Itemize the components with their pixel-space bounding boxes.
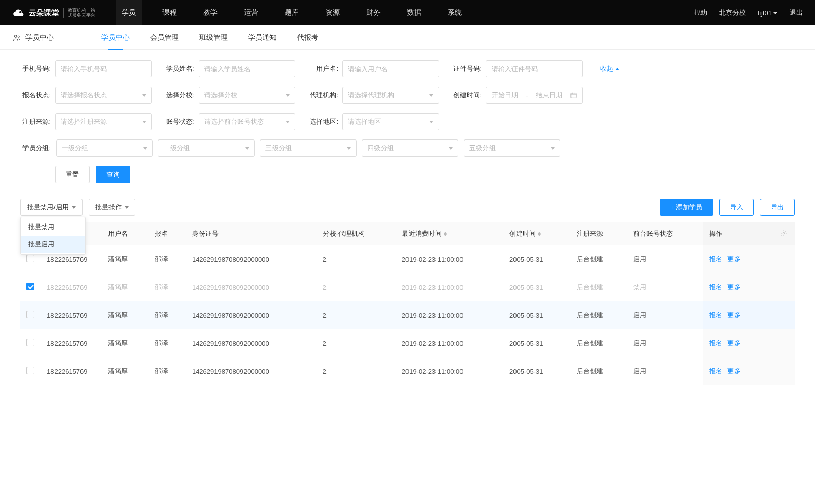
filter-area: 手机号码: 学员姓名: 用户名: 证件号码: 收起 报名状态: 请选择报名状态 … [0, 50, 815, 183]
collapse-toggle[interactable]: 收起 [600, 64, 619, 73]
nav-item-1[interactable]: 课程 [156, 0, 183, 25]
reg-source-select[interactable]: 请选择注册来源 [55, 113, 152, 130]
cell-reg-source: 后台创建 [570, 245, 627, 273]
branch-select[interactable]: 请选择分校 [199, 87, 295, 104]
acct-status-select[interactable]: 请选择前台账号状态 [199, 113, 295, 130]
bulk-menu-item-0[interactable]: 批量禁用 [21, 218, 85, 236]
col-create-time[interactable]: 创建时间 [503, 222, 570, 245]
chevron-down-icon [125, 206, 129, 209]
cell-username: 潘筠厚 [102, 273, 149, 301]
cell-action: 报名更多 [703, 329, 774, 357]
cell-enroll: 邵泽 [149, 301, 186, 329]
bulk-op-dropdown[interactable]: 批量操作 [89, 199, 135, 216]
more-link[interactable]: 更多 [727, 367, 741, 375]
cell-branch: 2 [317, 245, 396, 273]
subnav-item-2[interactable]: 班级管理 [199, 25, 228, 50]
col-settings[interactable] [774, 222, 795, 245]
cell-phone: 18222615769 [41, 329, 102, 357]
chevron-up-icon [615, 68, 619, 70]
nav-item-0[interactable]: 学员 [116, 0, 142, 25]
enroll-status-select[interactable]: 请选择报名状态 [55, 87, 152, 104]
nav-item-2[interactable]: 教学 [197, 0, 224, 25]
group-select-5[interactable]: 五级分组 [464, 139, 560, 157]
cell-enroll: 邵泽 [149, 329, 186, 357]
enroll-link[interactable]: 报名 [709, 255, 722, 263]
col-last-spend[interactable]: 最近消费时间 [396, 222, 503, 245]
row-checkbox[interactable] [26, 255, 34, 262]
phone-label: 手机号码: [20, 64, 51, 73]
group-select-3[interactable]: 三级分组 [260, 139, 357, 157]
svg-point-0 [19, 11, 21, 13]
chevron-down-icon [429, 121, 433, 123]
group-select-1[interactable]: 一级分组 [56, 139, 153, 157]
import-button[interactable]: 导入 [719, 199, 754, 216]
cell-branch: 2 [317, 329, 396, 357]
export-button[interactable]: 导出 [760, 199, 795, 216]
nav-item-7[interactable]: 数据 [401, 0, 427, 25]
row-checkbox[interactable] [26, 339, 34, 346]
name-input[interactable] [199, 60, 295, 77]
enroll-link[interactable]: 报名 [709, 367, 722, 375]
subnav-item-3[interactable]: 学员通知 [248, 25, 277, 50]
nav-item-5[interactable]: 资源 [319, 0, 346, 25]
cell-acct-status: 启用 [627, 245, 703, 273]
svg-point-2 [18, 36, 19, 37]
group-select-2[interactable]: 二级分组 [158, 139, 255, 157]
row-checkbox[interactable] [26, 283, 34, 290]
agency-select[interactable]: 请选择代理机构 [342, 87, 439, 104]
nav-item-3[interactable]: 运营 [238, 0, 264, 25]
reset-button[interactable]: 重置 [55, 166, 90, 183]
username-input[interactable] [342, 60, 439, 77]
more-link[interactable]: 更多 [727, 311, 741, 319]
more-link[interactable]: 更多 [727, 339, 741, 347]
help-link[interactable]: 帮助 [694, 8, 707, 17]
enroll-link[interactable]: 报名 [709, 339, 722, 347]
region-select[interactable]: 请选择地区 [342, 113, 439, 130]
row-checkbox[interactable] [26, 367, 34, 374]
idno-label: 证件号码: [451, 64, 482, 73]
enroll-link[interactable]: 报名 [709, 283, 722, 291]
bulk-toggle-dropdown[interactable]: 批量禁用/启用 [20, 199, 83, 216]
row-checkbox[interactable] [26, 311, 34, 318]
cell-acct-status: 启用 [627, 357, 703, 385]
logout-link[interactable]: 退出 [790, 8, 803, 17]
more-link[interactable]: 更多 [727, 255, 741, 263]
create-time-picker[interactable]: 开始日期 - 结束日期 [486, 87, 583, 104]
cell-acct-status: 启用 [627, 329, 703, 357]
subnav-item-4[interactable]: 代报考 [297, 25, 318, 50]
cell-create-time: 2005-05-31 [503, 357, 570, 385]
group-select-4[interactable]: 四级分组 [362, 139, 458, 157]
cell-last-spend: 2019-02-23 11:00:00 [396, 357, 503, 385]
cell-reg-source: 后台创建 [570, 273, 627, 301]
more-link[interactable]: 更多 [727, 283, 741, 291]
nav-item-4[interactable]: 题库 [279, 0, 305, 25]
col-acct-status: 前台账号状态 [627, 222, 703, 245]
name-label: 学员姓名: [164, 64, 195, 73]
search-button[interactable]: 查询 [96, 166, 130, 183]
logo-subtitle: 教育机构一站 式服务云平台 [63, 8, 95, 18]
cell-last-spend: 2019-02-23 11:00:00 [396, 329, 503, 357]
cell-username: 潘筠厚 [102, 245, 149, 273]
chevron-down-icon [429, 94, 433, 97]
subnav-item-1[interactable]: 会员管理 [150, 25, 179, 50]
branch-link[interactable]: 北京分校 [719, 8, 746, 17]
subnav-item-0[interactable]: 学员中心 [101, 25, 130, 50]
nav-item-8[interactable]: 系统 [442, 0, 468, 25]
cell-enroll: 邵泽 [149, 357, 186, 385]
reg-source-label: 注册来源: [20, 117, 51, 126]
cell-branch: 2 [317, 301, 396, 329]
chevron-down-icon [286, 121, 290, 123]
agency-label: 代理机构: [308, 91, 338, 100]
cell-idno: 142629198708092000000 [186, 301, 317, 329]
sort-icon [538, 232, 541, 236]
idno-input[interactable] [486, 60, 583, 77]
create-time-label: 创建时间: [451, 91, 482, 100]
enroll-link[interactable]: 报名 [709, 311, 722, 319]
add-student-button[interactable]: + 添加学员 [660, 199, 713, 216]
nav-item-6[interactable]: 财务 [360, 0, 387, 25]
user-menu[interactable]: lijt01 [758, 9, 777, 17]
phone-input[interactable] [55, 60, 152, 77]
sub-items: 学员中心会员管理班级管理学员通知代报考 [101, 25, 318, 50]
sub-nav: 学员中心 学员中心会员管理班级管理学员通知代报考 [0, 25, 815, 50]
bulk-menu-item-1[interactable]: 批量启用 [21, 236, 85, 253]
